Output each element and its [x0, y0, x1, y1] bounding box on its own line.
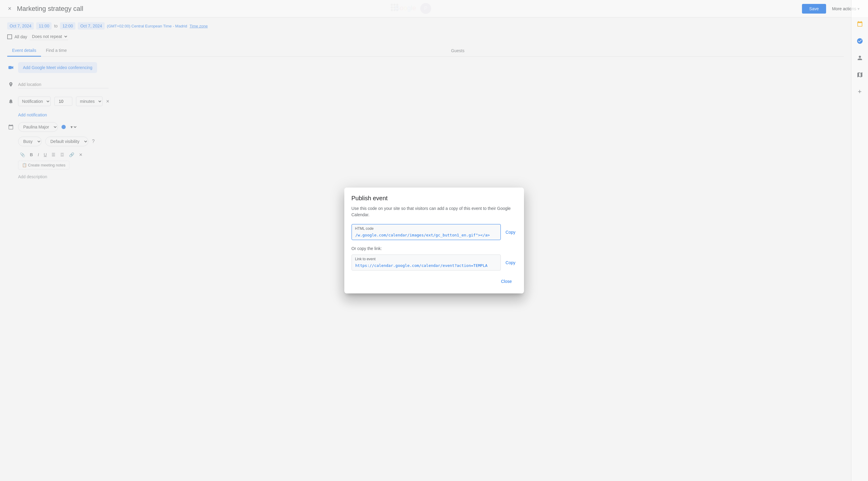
- html-code-label: HTML code: [355, 227, 374, 231]
- remove-notification-button[interactable]: ×: [106, 98, 110, 104]
- end-date-chip[interactable]: Oct 7, 2024: [78, 22, 104, 30]
- link-button[interactable]: 🔗: [67, 151, 76, 158]
- notification-type-select[interactable]: Notification: [18, 96, 51, 106]
- underline-button[interactable]: U: [42, 151, 49, 158]
- unordered-list-button[interactable]: ☲: [59, 151, 66, 158]
- tab-find-a-time[interactable]: Find a time: [41, 45, 71, 57]
- notification-field-row: Notification minutes ×: [7, 95, 434, 108]
- modal-description: Use this code on your site so that visit…: [351, 205, 434, 218]
- bold-button[interactable]: B: [28, 151, 35, 158]
- end-time-chip[interactable]: 12:00: [60, 22, 75, 30]
- help-icon-button[interactable]: ?: [92, 139, 95, 144]
- calendar-color-dot: [62, 125, 66, 129]
- allday-label: All day: [14, 34, 27, 39]
- status-select[interactable]: Busy: [18, 137, 41, 146]
- italic-button[interactable]: I: [36, 151, 41, 158]
- timezone-link[interactable]: Time zone: [190, 24, 208, 28]
- add-meet-button[interactable]: Add Google Meet video conferencing: [18, 62, 97, 73]
- ordered-list-button[interactable]: ☰: [50, 151, 57, 158]
- publish-event-modal: Publish event Use this code on your site…: [344, 187, 434, 240]
- video-icon: [7, 65, 14, 70]
- start-time-chip[interactable]: 11:00: [36, 22, 52, 30]
- guests-tab-label: Guests: [71, 45, 434, 56]
- start-date-chip[interactable]: Oct 7, 2024: [7, 22, 34, 30]
- add-notification-button[interactable]: Add notification: [7, 113, 47, 117]
- calendar-icon: [7, 124, 14, 130]
- datetime-row: Oct 7, 2024 11:00 to 12:00 Oct 7, 2024 (…: [7, 22, 434, 30]
- description-field[interactable]: Add description: [18, 174, 434, 179]
- description-toolbar: 📎 B I U ☰ ☲ 🔗 ✕: [7, 151, 434, 158]
- close-editor-button[interactable]: ×: [5, 4, 14, 13]
- event-title: Marketing strategy call: [17, 5, 434, 13]
- repeat-select[interactable]: Does not repeat: [30, 33, 68, 40]
- color-select[interactable]: ▾: [69, 124, 78, 130]
- visibility-select[interactable]: Default visibility: [45, 137, 88, 146]
- svg-rect-0: [8, 66, 12, 69]
- modal-overlay[interactable]: × Marketing strategy call Save More acti…: [0, 0, 434, 240]
- notes-icon: 📋: [22, 163, 28, 168]
- to-label: to: [54, 24, 58, 28]
- close-icon: ×: [8, 5, 11, 12]
- allday-row: All day Does not repeat: [7, 33, 434, 40]
- tab-event-details[interactable]: Event details: [7, 45, 41, 57]
- tabs-row: Event details Find a time Guests: [7, 45, 434, 57]
- calendar-owner-select[interactable]: Paulina Major: [18, 122, 58, 132]
- notification-unit-select[interactable]: minutes: [76, 96, 102, 106]
- location-field-row: [7, 79, 434, 90]
- location-icon: [7, 82, 14, 87]
- html-code-wrapper: HTML code: [351, 224, 434, 240]
- svg-marker-1: [12, 66, 13, 69]
- allday-checkbox[interactable]: [7, 34, 12, 39]
- timezone-text: (GMT+02:00) Central European Time - Madr…: [107, 24, 187, 28]
- calendar-owner-row: Paulina Major ▾: [7, 122, 434, 132]
- notification-amount-input[interactable]: [54, 97, 72, 106]
- remove-format-button[interactable]: ✕: [77, 151, 85, 158]
- bell-icon: [7, 99, 14, 104]
- create-meeting-notes-button[interactable]: 📋 Create meeting notes: [18, 161, 69, 170]
- attachment-button[interactable]: 📎: [18, 151, 27, 158]
- html-code-row: HTML code Copy: [351, 224, 434, 240]
- modal-title: Publish event: [351, 195, 434, 202]
- location-input[interactable]: [18, 81, 108, 88]
- status-row: Busy Default visibility ?: [7, 137, 434, 146]
- meet-field-row: Add Google Meet video conferencing: [7, 62, 434, 73]
